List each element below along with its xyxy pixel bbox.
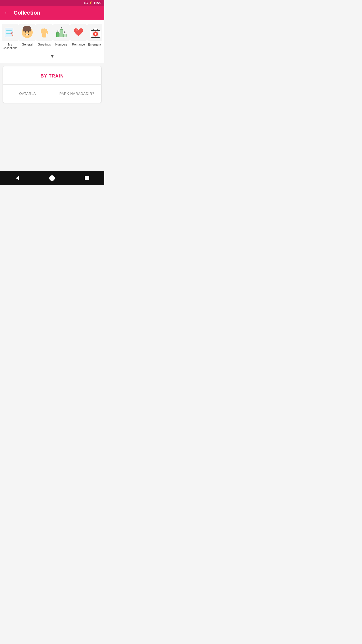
svg-rect-23	[56, 32, 59, 37]
svg-point-29	[76, 29, 78, 31]
svg-text:2: 2	[57, 29, 58, 32]
svg-rect-27	[63, 34, 66, 37]
category-label-general: General	[22, 43, 33, 46]
nav-home-icon	[49, 175, 56, 182]
svg-point-36	[49, 175, 55, 181]
clock: 11:29	[94, 1, 101, 5]
category-label-emergency: Emergency	[88, 43, 102, 46]
svg-rect-19	[42, 28, 44, 33]
svg-text:3: 3	[64, 31, 65, 33]
general-svg-icon	[21, 26, 34, 39]
nav-recent-icon	[83, 175, 90, 182]
category-icon-emergency	[87, 24, 102, 41]
svg-rect-18	[41, 29, 42, 33]
romance-svg-icon	[72, 26, 85, 39]
svg-point-12	[25, 33, 25, 33]
category-item-general[interactable]: General	[19, 24, 35, 50]
back-button[interactable]: ←	[4, 10, 10, 16]
status-icons: 4G ⚡ 11:29	[84, 1, 101, 5]
page-title: Collection	[14, 10, 40, 16]
svg-rect-17	[42, 33, 46, 37]
emergency-svg-icon	[89, 26, 102, 39]
svg-rect-37	[85, 176, 89, 180]
main-card: BY TRAIN QATARLA PARK HARADADIR?	[3, 66, 101, 103]
bottom-navigation	[0, 171, 104, 185]
category-item-numbers[interactable]: 2 1 3 Numbers	[53, 24, 69, 50]
nav-recent-button[interactable]	[83, 175, 90, 182]
network-indicator: 4G	[84, 1, 88, 5]
svg-rect-34	[95, 33, 96, 35]
svg-rect-20	[44, 28, 45, 33]
svg-point-11	[28, 31, 29, 33]
category-section: My Collections	[0, 20, 104, 63]
svg-text:1: 1	[61, 26, 62, 29]
divider	[0, 63, 104, 63]
svg-point-13	[26, 33, 26, 34]
category-label-my-collections: My Collections	[2, 43, 18, 50]
svg-rect-22	[47, 31, 48, 34]
category-item-my-collections[interactable]: My Collections	[2, 24, 18, 50]
category-item-emergency[interactable]: Emergency	[87, 24, 102, 50]
svg-marker-35	[16, 176, 19, 181]
option-park-haradadir[interactable]: PARK HARADADIR?	[52, 85, 101, 103]
svg-point-15	[29, 33, 29, 34]
category-item-greetings[interactable]: Greetings	[36, 24, 52, 50]
svg-rect-25	[60, 29, 63, 37]
card-header: BY TRAIN	[3, 66, 101, 85]
category-label-numbers: Numbers	[55, 43, 68, 46]
svg-rect-9	[23, 28, 31, 31]
greetings-svg-icon	[38, 26, 51, 39]
category-label-romance: Romance	[72, 43, 85, 46]
battery-icon: ⚡	[89, 1, 93, 5]
status-bar: 4G ⚡ 11:29	[0, 0, 104, 6]
card-title: BY TRAIN	[40, 73, 64, 78]
svg-point-14	[28, 33, 28, 33]
option-qatarla[interactable]: QATARLA	[3, 85, 52, 103]
expand-categories-button[interactable]: ▾	[51, 53, 54, 59]
svg-point-10	[25, 31, 26, 33]
category-icon-numbers: 2 1 3	[53, 24, 70, 41]
category-label-greetings: Greetings	[38, 43, 51, 46]
category-item-romance[interactable]: Romance	[70, 24, 86, 50]
app-header: ← Collection	[0, 6, 104, 20]
my-collections-svg-icon	[4, 26, 17, 39]
nav-home-button[interactable]	[49, 175, 56, 182]
numbers-svg-icon: 2 1 3	[55, 26, 68, 39]
nav-back-icon	[14, 175, 21, 182]
category-icon-my-collections	[2, 24, 19, 41]
card-options: QATARLA PARK HARADADIR?	[3, 85, 101, 103]
category-icon-romance	[70, 24, 87, 41]
category-list: My Collections	[2, 24, 102, 52]
svg-rect-16	[26, 34, 28, 35]
svg-rect-21	[45, 29, 47, 33]
category-icon-general	[18, 24, 36, 41]
nav-back-button[interactable]	[14, 175, 21, 182]
category-icon-greetings	[35, 24, 53, 41]
